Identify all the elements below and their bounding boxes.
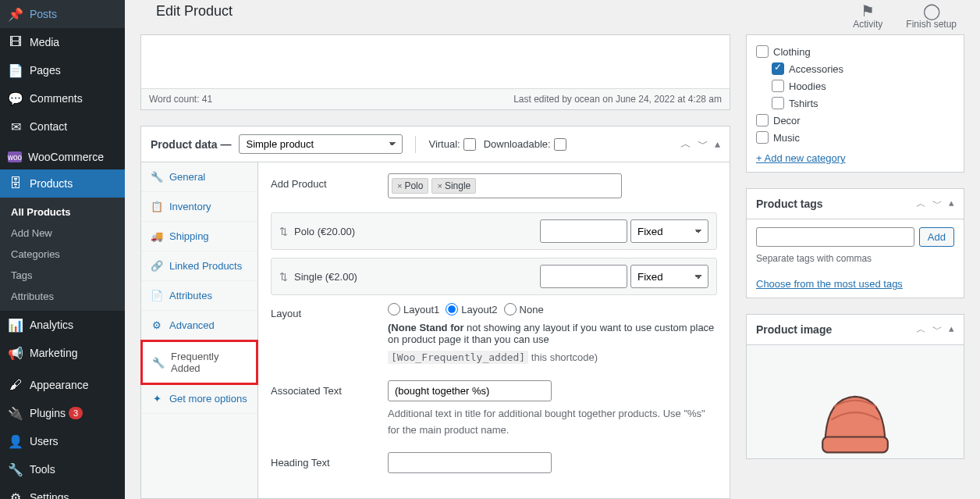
drag-handle-icon[interactable]: ⇅ [279, 271, 288, 283]
choose-tags-link[interactable]: Choose from the most used tags [756, 278, 954, 290]
submenu-add-new[interactable]: Add New [0, 223, 125, 244]
product-token[interactable]: ×Polo [392, 178, 428, 194]
tab-advanced[interactable]: ⚙Advanced [141, 311, 257, 340]
product-type-select[interactable]: Simple product [239, 134, 403, 154]
page-icon: 📄 [8, 62, 23, 78]
menu-woocommerce[interactable]: wooWooCommerce [0, 144, 125, 169]
product-price-row: ⇅ Single (€2.00) Fixed [271, 258, 717, 295]
submenu-attributes[interactable]: Attributes [0, 286, 125, 307]
menu-plugins[interactable]: 🔌Plugins3 [0, 399, 125, 427]
comment-icon: 💬 [8, 91, 23, 106]
price-row-type-select[interactable]: Fixed [630, 265, 708, 288]
layout-radio[interactable] [446, 303, 458, 315]
product-data-title: Product data — [151, 138, 231, 151]
category-checkbox[interactable] [772, 62, 784, 75]
page-title: Edit Product [156, 3, 233, 20]
remove-token-icon[interactable]: × [397, 181, 402, 191]
category-checkbox[interactable] [756, 45, 769, 58]
product-data-header: Product data — Simple product Virtual: D… [141, 127, 730, 162]
woo-icon: woo [8, 151, 22, 162]
layout-radio[interactable] [504, 303, 517, 315]
remove-token-icon[interactable]: × [437, 181, 442, 191]
tab-general[interactable]: 🔧General [141, 162, 257, 192]
menu-analytics[interactable]: 📊Analytics [0, 311, 125, 339]
tab-get-more-options[interactable]: ✦Get more options [141, 384, 257, 414]
tag-input[interactable] [756, 227, 914, 247]
caret-up-icon[interactable]: ▴ [715, 137, 720, 151]
circle-icon: ◯ [906, 3, 957, 19]
chevron-down-icon[interactable]: ﹀ [932, 323, 943, 337]
finish-setup-button[interactable]: ◯Finish setup [906, 3, 957, 30]
drag-handle-icon[interactable]: ⇅ [279, 226, 288, 237]
tab-shipping[interactable]: 🚚Shipping [141, 222, 257, 251]
caret-up-icon[interactable]: ▴ [949, 323, 954, 337]
submenu-categories[interactable]: Categories [0, 244, 125, 265]
editor-body[interactable] [141, 35, 730, 88]
chevron-down-icon[interactable]: ﹀ [698, 137, 708, 151]
tab-frequently-added[interactable]: 🔧Frequently Added [140, 340, 258, 385]
chevron-up-icon[interactable]: ︿ [916, 197, 926, 211]
virtual-checkbox[interactable] [463, 138, 476, 151]
menu-pages[interactable]: 📄Pages [0, 56, 125, 84]
menu-label: Analytics [30, 319, 73, 331]
menu-tools[interactable]: 🔧Tools [0, 455, 125, 483]
category-item[interactable]: Decor [756, 112, 954, 129]
menu-media[interactable]: 🎞Media [0, 28, 125, 56]
associated-text-desc: Additional text in title for additional … [388, 406, 717, 439]
layout-option-2[interactable]: Layout2 [446, 303, 497, 315]
layout-radio[interactable] [388, 303, 400, 315]
category-item[interactable]: Hoodies [756, 77, 954, 94]
menu-appearance[interactable]: 🖌Appearance [0, 371, 125, 399]
menu-contact[interactable]: ✉Contact [0, 112, 125, 141]
chevron-down-icon[interactable]: ﹀ [932, 197, 943, 211]
menu-settings[interactable]: ⚙Settings [0, 483, 125, 499]
gear-icon: ⚙ [151, 319, 163, 331]
category-checkbox[interactable] [756, 131, 769, 144]
menu-label: Media [30, 36, 59, 48]
product-image-body[interactable] [747, 345, 964, 458]
main-area: Edit Product ⚑Activity ◯Finish setup Wor… [125, 0, 980, 499]
price-row-value-input[interactable] [540, 219, 627, 243]
menu-posts[interactable]: 📌Posts [0, 0, 125, 28]
add-product-input[interactable]: ×Polo ×Single [388, 173, 622, 198]
product-data-content: Add Product ×Polo ×Single ⇅ Polo (€20.00… [258, 162, 730, 498]
menu-products[interactable]: 🗄Products [0, 169, 125, 198]
menu-marketing[interactable]: 📢Marketing [0, 339, 125, 367]
layout-option-none[interactable]: None [504, 303, 544, 315]
category-item[interactable]: Clothing [756, 43, 954, 60]
submenu-tags[interactable]: Tags [0, 265, 125, 286]
caret-up-icon[interactable]: ▴ [949, 197, 954, 211]
associated-text-input[interactable] [388, 380, 552, 401]
tab-attributes[interactable]: 📄Attributes [141, 281, 257, 311]
top-action-label: Finish setup [906, 19, 957, 30]
wrench-icon: 🔧 [8, 462, 23, 477]
tab-inventory[interactable]: 📋Inventory [141, 192, 257, 222]
submenu-all-products[interactable]: All Products [0, 201, 125, 223]
add-tag-button[interactable]: Add [919, 227, 954, 247]
activity-button[interactable]: ⚑Activity [853, 3, 882, 30]
tag-hint: Separate tags with commas [756, 253, 954, 264]
price-row-type-select[interactable]: Fixed [630, 219, 708, 243]
virtual-toggle[interactable]: Virtual: [428, 138, 475, 151]
layout-option-1[interactable]: Layout1 [388, 303, 439, 315]
product-token[interactable]: ×Single [431, 178, 476, 194]
menu-users[interactable]: 👤Users [0, 427, 125, 455]
chevron-up-icon[interactable]: ︿ [680, 137, 691, 151]
word-count: Word count: 41 [149, 94, 212, 105]
category-item[interactable]: Tshirts [756, 94, 954, 112]
category-checkbox[interactable] [756, 114, 769, 127]
tab-linked-products[interactable]: 🔗Linked Products [141, 251, 257, 281]
heading-text-input[interactable] [388, 452, 552, 473]
chevron-up-icon[interactable]: ︿ [916, 323, 926, 337]
add-category-link[interactable]: + Add new category [756, 152, 846, 164]
tags-title: Product tags [756, 198, 823, 210]
category-checkbox[interactable] [772, 97, 784, 109]
downloadable-checkbox[interactable] [554, 138, 566, 151]
category-item[interactable]: Music [756, 129, 954, 146]
category-item[interactable]: Accessories [756, 60, 954, 77]
add-product-label: Add Product [271, 173, 388, 190]
price-row-value-input[interactable] [540, 265, 627, 288]
menu-comments[interactable]: 💬Comments [0, 84, 125, 112]
category-checkbox[interactable] [772, 80, 784, 92]
downloadable-toggle[interactable]: Downloadable: [484, 138, 566, 151]
